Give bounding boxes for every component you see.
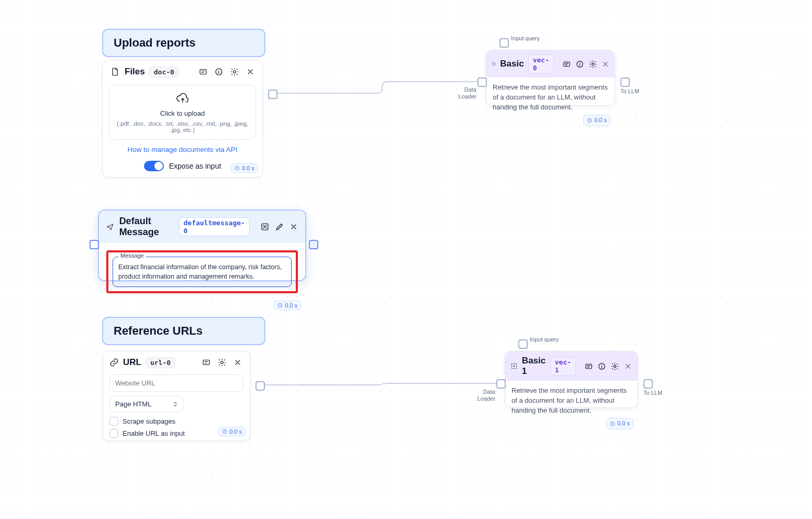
basic-node-vec1[interactable]: Basic 1 vec-1 Retrieve the most importan… [505,351,638,408]
basic-time-chip: 0.0 s [606,418,633,429]
info-icon[interactable] [597,360,606,372]
svg-point-12 [592,63,594,65]
url-time-chip: 0.0 s [218,427,246,436]
basic-description: Retrieve the most important segments of … [511,387,627,414]
message-legend: Message [118,252,146,259]
basic1-output-port[interactable] [620,78,630,87]
url-output-port[interactable] [255,381,265,391]
clock-icon [235,165,240,171]
check-label: Scrape subpages [123,417,175,425]
select-value: Page HTML [115,400,151,408]
files-output-port[interactable] [268,90,277,99]
url-header: URL url-0 [103,351,250,373]
files-time-chip: 0.0 s [231,163,258,173]
basic-header: Basic vec-0 [486,50,615,78]
svg-point-9 [493,63,494,64]
svg-rect-10 [564,62,570,67]
dm-input-port[interactable] [90,240,99,249]
svg-point-14 [514,366,515,367]
website-url-input[interactable] [109,374,243,392]
format-select[interactable]: Page HTML [109,396,184,412]
files-header: Files doc-0 [103,61,262,83]
gear-icon[interactable] [588,58,597,70]
basic1-dl-label1: Data [460,86,476,93]
url-badge: url-0 [146,357,175,368]
note-icon[interactable] [197,66,209,78]
edit-icon[interactable] [275,221,284,233]
basic2-input-label: Input query [530,336,559,343]
svg-point-2 [233,71,236,73]
variables-icon[interactable] [260,221,270,233]
default-message-title: Default Message [119,216,174,238]
default-message-header: Default Message defaultmessage-0 [99,211,305,243]
section-title-text: Reference URLs [114,324,203,337]
svg-rect-15 [586,364,592,369]
focus-icon [492,59,496,69]
close-icon[interactable] [244,66,256,78]
upload-dropzone[interactable]: Click to upload (.pdf, .doc, .docx, .txt… [109,85,256,140]
basic-description: Retrieve the most important segments of … [493,83,608,111]
gear-icon[interactable] [610,360,619,372]
link-icon [109,358,119,367]
basic-header: Basic 1 vec-1 [505,351,638,381]
note-icon[interactable] [201,357,212,368]
basic2-output-port[interactable] [643,379,653,389]
basic2-out-label: To LLM [643,390,662,396]
scrape-subpages-row[interactable]: Scrape subpages [109,415,243,427]
basic1-data-loader-port[interactable] [477,78,487,87]
basic-badge: vec-0 [528,54,554,73]
basic2-dl-label2: Loader [474,395,495,402]
basic-node-vec0[interactable]: Basic vec-0 Retrieve the most important … [486,50,615,106]
checkbox[interactable] [109,429,118,438]
files-title: Files [125,67,145,77]
info-icon[interactable] [575,58,584,70]
basic1-out-label: To LLM [620,88,639,94]
basic-badge: vec-1 [550,357,576,376]
url-node[interactable]: URL url-0 Page HTML Scrape subpages Enab… [103,351,250,441]
upload-sub-text: (.pdf, .doc, .docx, .txt, .xlsx, .csv, .… [114,120,251,133]
updown-icon [173,401,178,407]
message-field[interactable]: Message Extract financial information of… [113,257,292,287]
url-title: URL [123,357,141,368]
expose-toggle[interactable] [144,161,164,171]
upload-main-text: Click to upload [114,109,251,117]
send-icon [106,222,114,232]
focus-icon [510,361,518,371]
dm-output-port[interactable] [309,240,318,249]
default-message-node[interactable]: Default Message defaultmessage-0 Message… [98,209,306,281]
cloud-upload-icon [176,93,190,104]
highlighted-region: Message Extract financial information of… [106,250,298,293]
section-title-text: Upload reports [114,36,195,49]
basic1-input-query-port[interactable] [499,38,509,48]
gear-icon[interactable] [229,66,240,78]
basic2-input-query-port[interactable] [518,339,528,349]
close-icon[interactable] [290,221,298,233]
files-node[interactable]: Files doc-0 Click to upload (.pdf, .doc,… [102,60,263,178]
basic-title: Basic [500,59,524,69]
basic1-dl-label2: Loader [455,93,476,100]
message-text[interactable]: Extract financial information of the com… [118,262,286,281]
svg-rect-0 [200,70,206,74]
info-icon[interactable] [213,66,225,78]
expose-toggle-label: Expose as input [169,162,221,170]
basic-title: Basic 1 [522,356,546,377]
close-icon[interactable] [232,357,243,368]
note-icon[interactable] [584,360,593,372]
close-icon[interactable] [602,58,609,70]
basic2-dl-label1: Data [479,389,495,395]
manage-docs-link[interactable]: How to manage documents via API [103,140,262,158]
check-label: Enable URL as input [123,429,185,437]
basic2-data-loader-port[interactable] [496,379,506,389]
note-icon[interactable] [562,58,571,70]
section-title-upload-reports: Upload reports [102,29,265,57]
dm-time-chip: 0.0 s [274,301,301,310]
gear-icon[interactable] [216,357,228,368]
basic1-input-label: Input query [511,35,540,41]
svg-rect-6 [203,360,209,365]
section-title-reference-urls: Reference URLs [102,317,265,345]
checkbox[interactable] [109,417,118,426]
close-icon[interactable] [624,360,632,372]
basic-time-chip: 0.0 s [583,115,610,126]
svg-point-17 [614,365,616,367]
svg-point-7 [221,361,224,364]
